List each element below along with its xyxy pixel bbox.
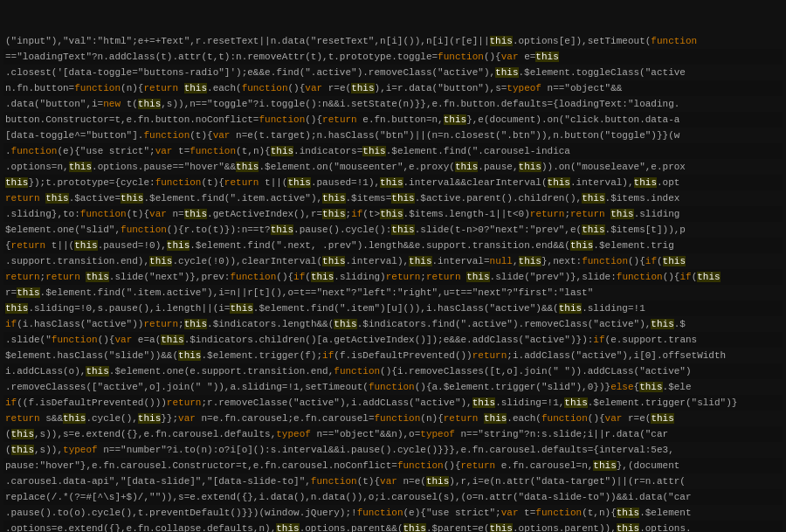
code-line: replace(/.*(?=#[^\s]+$)/,"")),s=e.extend… (3, 489, 783, 505)
code-line: (this,s)),s=e.extend({},e.fn.carousel.de… (3, 426, 783, 442)
code-line: {return t||(this.paused=!0),this.$elemen… (3, 238, 783, 253)
code-lines[interactable]: ("input"),"val":"html";e+=+Text",r.reset… (0, 0, 786, 532)
code-line: pause:"hover"},e.fn.carousel.Constructor… (3, 458, 783, 473)
code-line: .pause().to(o).cycle(),t.preventDefault(… (3, 505, 783, 521)
code-line: .options=e.extend({},e.fn.collapse.defau… (3, 521, 783, 532)
code-line: $element.one("slid",function(){r.to(t)})… (3, 222, 783, 238)
code-line: if((f.isDefaultPrevented()))return;r.rem… (3, 395, 783, 411)
code-line: =="loadingText"?n.addClass(t).attr(t,t):… (3, 49, 783, 65)
code-line: return;return this.slide("next")},prev:f… (3, 269, 783, 285)
code-line: .closest('[data-toggle="buttons-radio"]'… (3, 65, 783, 80)
code-line: r=this.$element.find(".item.active"),i=n… (3, 285, 783, 301)
code-line: .removeClasses(["active",o].join(" ")),a… (3, 379, 783, 395)
code-line: .slide("function(){var e=a(this.$indicat… (3, 332, 783, 348)
code-line: (this,s)),typeof n=="number"?i.to(n):o?i… (3, 442, 783, 458)
code-line: this.sliding=!0,s.pause(),i.length||(i=t… (3, 301, 783, 316)
code-line: .options=n,this.options.pause=="hover"&&… (3, 159, 783, 175)
code-line: .data("button",i=new t(this,s)),n=="togg… (3, 96, 783, 112)
code-line: .carousel.data-api","[data-slide]","[dat… (3, 473, 783, 489)
code-line: .support.transition.end),this.cycle(!0))… (3, 253, 783, 269)
code-line: this});t.prototype={cycle:function(t){re… (3, 175, 783, 190)
code-line: if(i.hasClass("active"))return;this.$ind… (3, 316, 783, 332)
code-line: ("input"),"val":"html";e+=+Text",r.reset… (3, 33, 783, 49)
code-line: .sliding},to:function(t){var n=this.getA… (3, 206, 783, 222)
code-line: [data-toggle^="button"].function(t){var … (3, 128, 783, 143)
code-line: .function(e){"use strict";var t=function… (3, 143, 783, 159)
code-line: i.addCLass(o),this.$element.one(e.suppor… (3, 363, 783, 379)
code-line: n.fn.button=function(n){return this.each… (3, 80, 783, 96)
code-line: $element.hasClass("slide"))&&(this.$elem… (3, 348, 783, 363)
code-line: button.Constructor=t,e.fn.button.noConfl… (3, 112, 783, 128)
code-editor: ("input"),"val":"html";e+=+Text",r.reset… (0, 0, 786, 532)
code-line: return s&&this.cycle(),this}};var n=e.fn… (3, 411, 783, 426)
code-line: return this.$active=this.$element.find("… (3, 190, 783, 206)
